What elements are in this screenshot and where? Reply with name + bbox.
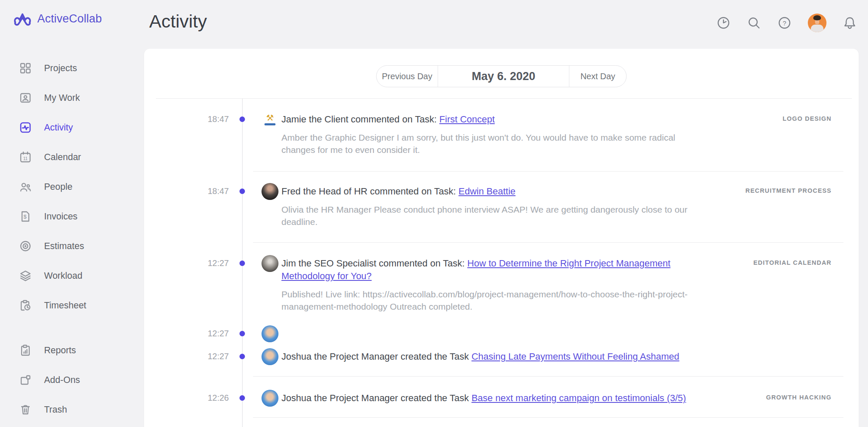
sidebar-item-label: My Work [44, 93, 80, 103]
sidebar-nav: Projects My Work Activity [0, 53, 144, 424]
activity-entry: 12:27 Jim the SEO Specialist commented o… [144, 255, 859, 313]
entry-time: 18:47 [178, 114, 229, 124]
entry-title: Joshua the Project Manager created the T… [281, 350, 693, 363]
sidebar-item-add-ons[interactable]: Add-Ons [0, 365, 144, 395]
recent-activity-clock-icon[interactable] [716, 16, 731, 30]
notifications-bell-icon[interactable] [843, 16, 857, 30]
entry-title: Jamie the Client commented on Task: Firs… [281, 113, 693, 126]
svg-text:?: ? [783, 19, 786, 27]
sidebar-item-label: Timesheet [44, 300, 86, 311]
task-link[interactable]: Edwin Beattie [459, 186, 516, 197]
timeline-dot [239, 354, 245, 359]
project-label: LOGO DESIGN [782, 115, 832, 122]
date-navigation: Previous Day May 6. 2020 Next Day [376, 65, 627, 87]
task-link[interactable]: First Concept [440, 114, 495, 125]
sidebar-item-trash[interactable]: Trash [0, 395, 144, 424]
page-title: Activity [149, 11, 207, 32]
activity-entry: 18:47 ⚒ Jamie the Client commented on Ta… [144, 111, 859, 156]
clipboard-chart-icon [19, 344, 32, 357]
current-date-label: May 6. 2020 [438, 66, 570, 87]
entry-time: 18:47 [178, 186, 229, 196]
activity-panel: Previous Day May 6. 2020 Next Day 18:47 … [144, 49, 859, 427]
entry-text: Jim the SEO Specialist commented on Task… [281, 258, 467, 269]
next-day-button[interactable]: Next Day [570, 66, 626, 87]
entry-text: Fred the Head of HR commented on Task: [281, 186, 459, 197]
sidebar-item-workload[interactable]: Workload [0, 261, 144, 291]
client-logo-icon: ⚒ [266, 114, 274, 122]
entry-time: 12:27 [178, 329, 229, 338]
entry-title: Joshua the Project Manager created the T… [281, 392, 693, 405]
entry-text: Joshua the Project Manager created the T… [281, 393, 471, 403]
brand-name: ActiveCollab [37, 12, 102, 25]
sidebar-item-estimates[interactable]: Estimates [0, 231, 144, 261]
entry-divider [253, 417, 843, 418]
entry-text: Joshua the Project Manager created the T… [281, 351, 471, 362]
avatar-jamie-client: ⚒ [262, 111, 278, 128]
avatar-joshua [262, 348, 278, 365]
timeline-dot [239, 189, 245, 194]
svg-text:11: 11 [23, 156, 28, 161]
entry-time: 12:26 [178, 393, 229, 403]
timeline-dot [239, 395, 245, 401]
clipboard-clock-icon [19, 299, 32, 312]
avatar-fred [262, 183, 278, 200]
sidebar-item-label: Activity [44, 122, 73, 133]
sidebar-item-invoices[interactable]: $ Invoices [0, 202, 144, 231]
avatar-shirt [811, 25, 823, 32]
sidebar-item-label: Trash [44, 405, 67, 415]
entry-divider [253, 242, 843, 243]
addon-icon [19, 373, 32, 387]
sidebar-item-activity[interactable]: Activity [0, 113, 144, 142]
project-label: GROWTH HACKING [766, 394, 832, 401]
previous-day-button[interactable]: Previous Day [377, 66, 438, 87]
svg-text:$: $ [23, 214, 27, 220]
activity-entry: 18:47 Fred the Head of HR commented on T… [144, 183, 859, 228]
sidebar-item-projects[interactable]: Projects [0, 53, 144, 83]
timeline-dot [239, 331, 245, 336]
calendar-icon: 11 [19, 150, 32, 164]
header-divider [156, 98, 852, 99]
people-icon [19, 180, 32, 194]
activecollab-logo-icon [13, 10, 32, 27]
project-label: EDITORIAL CALENDAR [753, 259, 832, 266]
sidebar-item-timesheet[interactable]: Timesheet [0, 291, 144, 320]
avatar-jim [262, 255, 278, 272]
layers-icon [19, 269, 32, 283]
entry-divider [253, 171, 843, 172]
project-label: RECRUITMENT PROCESS [746, 187, 832, 194]
sidebar-item-label: Add-Ons [44, 375, 80, 385]
entry-time: 12:27 [178, 258, 229, 268]
entry-comment: Olivia the HR Manager Please conduct pho… [281, 203, 693, 228]
activity-entry: 12:27 Joshua the Project Manager created… [144, 348, 859, 363]
topbar: ? [716, 14, 857, 32]
id-card-icon [19, 91, 32, 105]
sidebar: ActiveCollab Projects My Work [0, 0, 144, 427]
user-avatar[interactable] [808, 14, 826, 32]
sidebar-item-label: Estimates [44, 241, 84, 252]
brand-logo[interactable]: ActiveCollab [13, 10, 102, 27]
timeline-dot [239, 116, 245, 122]
entry-comment: Published! Live link: https://activecoll… [281, 288, 693, 313]
task-link[interactable]: Base next marketing campaign on testimon… [471, 393, 686, 403]
sidebar-item-people[interactable]: People [0, 172, 144, 202]
sidebar-item-calendar[interactable]: 11 Calendar [0, 142, 144, 172]
activity-entry: 12:26 Joshua the Project Manager created… [144, 390, 859, 405]
help-icon[interactable]: ? [777, 16, 792, 30]
sidebar-item-label: Reports [44, 345, 76, 356]
entry-comment: Amber the Graphic Designer I am sorry, b… [281, 131, 693, 156]
sidebar-item-label: Workload [44, 271, 82, 281]
sidebar-item-my-work[interactable]: My Work [0, 83, 144, 113]
entry-time: 12:27 [178, 352, 229, 361]
invoice-icon: $ [19, 210, 32, 223]
search-icon[interactable] [747, 16, 761, 30]
sidebar-item-label: Calendar [44, 152, 81, 163]
timeline-dot [239, 261, 245, 266]
trash-icon [19, 403, 32, 416]
avatar-joshua [262, 390, 278, 407]
avatar-joshua [262, 325, 278, 342]
client-logo-text [264, 123, 275, 125]
task-link[interactable]: Chasing Late Payments Without Feeling As… [471, 351, 679, 362]
pulse-icon [19, 121, 32, 134]
sidebar-item-reports[interactable]: Reports [0, 336, 144, 365]
entry-text: Jamie the Client commented on Task: [281, 114, 440, 125]
